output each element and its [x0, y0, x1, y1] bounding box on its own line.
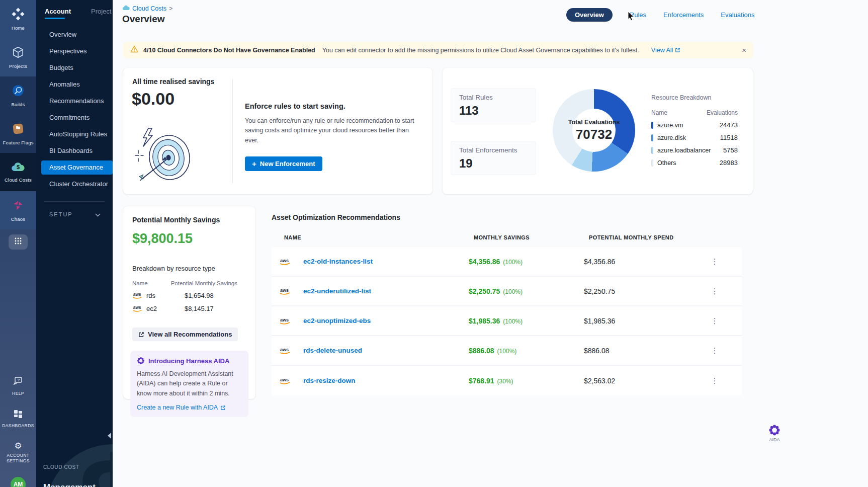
user-avatar[interactable]: AM [11, 477, 26, 487]
cloud-icon [122, 5, 130, 12]
external-link-icon [675, 47, 680, 53]
help-chat-icon: ? [13, 376, 24, 388]
external-link-icon [138, 332, 144, 338]
recommendation-link[interactable]: ec2-underutilized-list [303, 287, 469, 295]
total-rules-tile: Total Rules 113 [451, 88, 536, 122]
sidebar-item-overview[interactable]: Overview [36, 26, 113, 43]
svg-text:aws: aws [280, 377, 289, 382]
kebab-menu-icon[interactable]: ⋮ [710, 346, 720, 355]
legend-chip [651, 159, 653, 167]
kebab-menu-icon[interactable]: ⋮ [710, 316, 720, 326]
create-rule-with-aida-link[interactable]: Create a new Rule with AIDA [137, 404, 242, 411]
tab-rules[interactable]: Rules [630, 11, 646, 19]
new-enforcement-button[interactable]: + New Enforcement [245, 156, 322, 171]
enforce-description: You can enforce/run any rule or rule rec… [245, 116, 421, 145]
aida-flower-icon [137, 357, 145, 365]
evaluations-donut-chart: Total Evaluations 70732 [553, 89, 635, 172]
dartboard-illustration [133, 124, 194, 186]
close-icon[interactable]: × [742, 46, 746, 54]
rail-item-builds[interactable]: Builds [0, 76, 36, 115]
help-button[interactable]: ? HELP [2, 376, 34, 396]
module-rail: Home Projects Builds [0, 0, 36, 487]
rail-label: Projects [9, 63, 27, 69]
name-header: Name [132, 280, 148, 286]
potential-breakdown-header: Name Potential Monthly Savings [132, 280, 246, 286]
recommendation-link[interactable]: ec2-old-instances-list [303, 258, 469, 265]
table-row[interactable]: aws rds-resize-down $768.91(30%) $2,563.… [272, 366, 742, 395]
resource-breakdown: Resource Breakdown Name Evaluations azur… [651, 94, 738, 167]
breakdown-row: azure.vm 24473 [651, 121, 738, 129]
sidebar-item-asset-governance[interactable]: Asset Governance [41, 160, 113, 175]
recommendation-link[interactable]: rds-resize-down [303, 377, 469, 384]
tab-account[interactable]: Account [45, 8, 71, 19]
svg-text:aws: aws [133, 305, 141, 310]
tab-overview[interactable]: Overview [566, 8, 613, 22]
grid-dots-icon [14, 237, 22, 247]
aida-fab-button[interactable]: AIDA [768, 424, 780, 442]
table-row[interactable]: aws ec2-old-instances-list $4,356.86(100… [272, 247, 742, 277]
banner-view-all-link[interactable]: View All [651, 47, 681, 54]
sidebar-scope-tabs: Account Project [36, 0, 113, 19]
svg-text:aws: aws [280, 317, 289, 322]
tab-enforcements[interactable]: Enforcements [663, 11, 704, 19]
sidebar-footer: $ CLOUD COST Management [36, 427, 113, 487]
rail-item-chaos[interactable]: Chaos [0, 191, 36, 229]
total-enforcements-value: 19 [459, 156, 528, 171]
aida-promo-panel: Introducing Harness AIDA Harness AI Deve… [130, 351, 248, 417]
total-rules-value: 113 [459, 104, 528, 118]
savings-card-amount: $0.00 [132, 89, 175, 109]
sidebar-item-cluster-orchestrator[interactable]: Cluster Orchestrator [36, 176, 113, 192]
sidebar-item-perspectives[interactable]: Perspectives [36, 43, 113, 59]
governance-stats-card: Total Rules 113 Total Enforcements 19 To… [443, 68, 753, 194]
module-grid-button[interactable] [9, 234, 28, 250]
kebab-menu-icon[interactable]: ⋮ [710, 257, 720, 266]
total-rules-label: Total Rules [459, 94, 528, 101]
cloud-costs-icon: $ [11, 161, 25, 175]
rail-item-projects[interactable]: Projects [0, 38, 36, 76]
recommendation-link[interactable]: ec2-unoptimized-ebs [303, 317, 469, 324]
donut-center: Total Evaluations 70732 [553, 89, 635, 172]
all-time-savings-card: All time realised savings $0.00 [123, 68, 432, 194]
sidebar-collapse-handle[interactable] [108, 433, 111, 439]
aws-icon: aws [279, 317, 291, 325]
aida-description: Harness AI Development Assistant (AIDA) … [137, 369, 242, 398]
breakdown-row: azure.loadbalancer 5758 [651, 146, 738, 154]
svg-text:aws: aws [280, 288, 289, 293]
svg-text:aws: aws [280, 258, 289, 263]
resource-breakdown-header: Name Evaluations [651, 109, 738, 116]
rail-item-home[interactable]: Home [0, 0, 36, 38]
recommendations-table-header: NAME MONTHLY SAVINGS POTENTIAL MONTHLY S… [272, 234, 862, 240]
breadcrumb-cloud-costs-link[interactable]: Cloud Costs [132, 5, 166, 12]
kebab-menu-icon[interactable]: ⋮ [710, 376, 720, 385]
dashboards-label: DASHBOARDS [2, 423, 34, 429]
account-settings-button[interactable]: ⚙ ACCOUNT SETTINGS [2, 442, 34, 464]
rail-label: Builds [11, 102, 25, 107]
dashboards-button[interactable]: DASHBOARDS [2, 410, 34, 429]
sidebar-item-bi-dashboards[interactable]: BI Dashboards [36, 142, 113, 159]
table-row[interactable]: aws ec2-unoptimized-ebs $1,985.36(100%) … [272, 306, 742, 336]
account-settings-label: ACCOUNT SETTINGS [2, 453, 34, 464]
sidebar-item-commitments[interactable]: Commitments [36, 109, 113, 126]
projects-cube-icon [12, 46, 25, 61]
governance-warning-banner: 4/10 Cloud Connectors Do Not Have Govern… [123, 42, 753, 58]
aws-icon: aws [279, 347, 291, 355]
recommendation-link[interactable]: rds-delete-unused [303, 347, 469, 354]
sidebar-setup-toggle[interactable]: SETUP [36, 202, 113, 219]
recommendations-table: aws ec2-old-instances-list $4,356.86(100… [272, 247, 742, 395]
tab-evaluations[interactable]: Evaluations [721, 11, 754, 19]
sidebar-item-recommendations[interactable]: Recommendations [36, 93, 113, 109]
aida-fab-label: AIDA [769, 437, 779, 442]
table-row[interactable]: aws rds-delete-unused $886.08(100%) $886… [272, 336, 742, 366]
sidebar-item-budgets[interactable]: Budgets [36, 59, 113, 76]
sidebar-item-anomalies[interactable]: Anomalies [36, 76, 113, 93]
table-row[interactable]: aws ec2-underutilized-list $2,250.75(100… [272, 277, 742, 306]
tab-project[interactable]: Project [91, 8, 111, 19]
view-all-recommendations-button[interactable]: View all Recommendations [132, 328, 238, 341]
rail-item-cloud-costs[interactable]: $ Cloud Costs [0, 153, 36, 191]
aida-flower-icon [768, 424, 780, 436]
aida-title: Introducing Harness AIDA [148, 357, 229, 365]
rail-item-feature-flags[interactable]: Feature Flags [0, 115, 36, 153]
sidebar-item-autostopping-rules[interactable]: AutoStopping Rules [36, 126, 113, 142]
gear-icon: ⚙ [14, 442, 22, 450]
kebab-menu-icon[interactable]: ⋮ [710, 287, 720, 296]
